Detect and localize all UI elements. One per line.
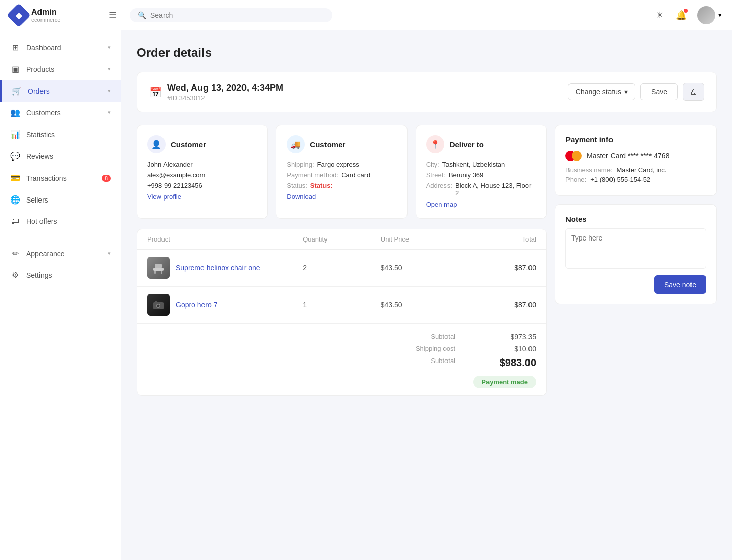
status-label: Status: [287, 182, 307, 189]
print-button[interactable]: 🖨 [683, 83, 704, 101]
phone-row: Phone: +1 (800) 555-154-52 [565, 176, 706, 183]
svg-rect-3 [161, 271, 162, 274]
notes-textarea[interactable] [565, 228, 706, 269]
totals-section: Subtotal $973.35 Shipping cost $10.00 Su… [137, 324, 546, 395]
address-value: Block A, House 123, Floor 2 [455, 182, 536, 197]
customer-email-row: alex@example.com [147, 171, 257, 179]
theme-toggle-button[interactable]: ☀ [654, 8, 666, 23]
change-status-dropdown[interactable]: Change status ▾ [568, 83, 635, 100]
order-date: Wed, Aug 13, 2020, 4:34PM [167, 83, 283, 93]
notifications-button[interactable]: 🔔 [674, 8, 689, 23]
calendar-icon: 📅 [149, 86, 162, 98]
chevron-down-icon: ▾ [108, 66, 111, 72]
col-total: Total [458, 235, 536, 243]
save-note-button[interactable]: Save note [654, 275, 706, 294]
subtotal-row: Subtotal $973.35 [147, 331, 536, 343]
sidebar-item-statistics[interactable]: 📊 Statistics [0, 124, 121, 145]
svg-rect-2 [154, 271, 156, 274]
shipping-label: Shipping: [287, 161, 314, 168]
products-icon: ▣ [10, 64, 20, 74]
transactions-badge: 8 [102, 175, 111, 182]
product-cell-2: Gopro hero 7 [147, 294, 303, 316]
grand-total-value: $983.00 [496, 357, 536, 369]
payment-info-title: Payment info [565, 135, 706, 144]
grand-total-label: Subtotal [431, 357, 455, 369]
grand-total-row: Subtotal $983.00 [147, 355, 536, 371]
payment-info-card: Payment info Master Card **** **** 4768 … [555, 125, 717, 196]
logo-area: ◆ Admin ecommerce [10, 7, 101, 24]
total-2: $87.00 [458, 301, 536, 309]
sidebar-item-appearance[interactable]: ✏ Appearance ▾ [0, 243, 121, 264]
sidebar: ⊞ Dashboard ▾ ▣ Products ▾ 🛒 Orders ▾ 👥 … [0, 30, 121, 560]
delivery-card-title: Deliver to [450, 140, 484, 149]
chevron-down-icon: ▾ [624, 88, 628, 96]
svg-rect-7 [155, 301, 157, 303]
chevron-down-icon: ▾ [108, 250, 111, 257]
chevron-down-icon: ▾ [108, 88, 111, 94]
sidebar-item-sellers[interactable]: 🌐 Sellers [0, 189, 121, 211]
payment-method-label: Payment method: [287, 171, 338, 179]
phone-value: +1 (800) 555-154-52 [590, 176, 650, 183]
product-thumb-2 [147, 294, 170, 316]
customer-card-title: Customer [171, 140, 206, 149]
notes-card: Notes Save note [555, 204, 717, 304]
sidebar-item-transactions[interactable]: 💳 Transactions 8 [0, 167, 121, 189]
notification-badge [684, 9, 688, 13]
download-link[interactable]: Download [287, 193, 316, 201]
delivery-card-icon: 📍 [426, 135, 444, 153]
shipping-cost-value: $10.00 [496, 345, 536, 353]
view-profile-link[interactable]: View profile [147, 193, 181, 201]
customer-email: alex@example.com [147, 171, 205, 179]
shipping-card-title: Customer [310, 140, 345, 149]
svg-point-6 [157, 305, 160, 307]
col-quantity: Quantity [303, 235, 381, 243]
unit-price-2: $43.50 [381, 301, 459, 309]
quantity-1: 2 [303, 264, 381, 272]
sidebar-item-products[interactable]: ▣ Products ▾ [0, 58, 121, 80]
chevron-down-icon: ▾ [108, 44, 111, 51]
order-date-area: 📅 Wed, Aug 13, 2020, 4:34PM #ID 3453012 [149, 83, 283, 102]
address-label: Address: [426, 182, 452, 189]
unit-price-1: $43.50 [381, 264, 459, 272]
save-button[interactable]: Save [640, 83, 678, 100]
search-area: 🔍 [130, 8, 332, 22]
business-name-value: Master Card, inc. [617, 166, 667, 174]
business-name-label: Business name: [565, 166, 613, 174]
phone-label: Phone: [565, 176, 586, 183]
quantity-2: 1 [303, 301, 381, 309]
sidebar-item-reviews[interactable]: 💬 Reviews [0, 145, 121, 167]
payment-status-row: Payment made [147, 376, 536, 388]
sidebar-item-orders[interactable]: 🛒 Orders ▾ [0, 80, 121, 102]
search-input[interactable] [150, 11, 324, 19]
table-row: Gopro hero 7 1 $43.50 $87.00 [137, 287, 546, 324]
customer-phone-row: +998 99 22123456 [147, 182, 257, 189]
shipping-card: 🚚 Customer Shipping: Fargo express Payme… [276, 125, 407, 219]
status-badge: Status: [310, 182, 333, 189]
app-name: Admin [31, 8, 60, 17]
logo-text: Admin ecommerce [31, 8, 60, 23]
reviews-icon: 💬 [10, 151, 20, 161]
left-panel: 👤 Customer John Alexander alex@example.c… [137, 125, 547, 396]
product-name-2[interactable]: Gopro hero 7 [176, 301, 218, 309]
sidebar-item-settings[interactable]: ⚙ Settings [0, 264, 121, 286]
open-map-link[interactable]: Open map [426, 201, 457, 208]
subtotal-value: $973.35 [496, 333, 536, 341]
settings-icon: ⚙ [10, 270, 20, 280]
table-header: Product Quantity Unit Price Total [137, 229, 546, 250]
page-title: Order details [137, 46, 717, 60]
sidebar-item-dashboard[interactable]: ⊞ Dashboard ▾ [0, 36, 121, 58]
topbar: ◆ Admin ecommerce ☰ 🔍 ☀ 🔔 ▾ [0, 0, 732, 30]
shipping-value: Fargo express [317, 161, 359, 168]
change-status-label: Change status [576, 88, 621, 96]
card-number: Master Card **** **** 4768 [587, 152, 669, 160]
svg-rect-1 [155, 264, 162, 268]
sidebar-item-hot-offers[interactable]: 🏷 Hot offers [0, 211, 121, 232]
chevron-down-icon: ▾ [718, 11, 722, 19]
delivery-card: 📍 Deliver to City: Tashkent, Uzbekistan … [416, 125, 547, 219]
product-name-1[interactable]: Supreme helinox chair one [176, 264, 260, 272]
hamburger-button[interactable]: ☰ [106, 7, 119, 23]
main-grid: 👤 Customer John Alexander alex@example.c… [137, 125, 717, 396]
user-menu-button[interactable]: ▾ [697, 6, 722, 24]
customers-icon: 👥 [10, 108, 20, 117]
sidebar-item-customers[interactable]: 👥 Customers ▾ [0, 102, 121, 124]
